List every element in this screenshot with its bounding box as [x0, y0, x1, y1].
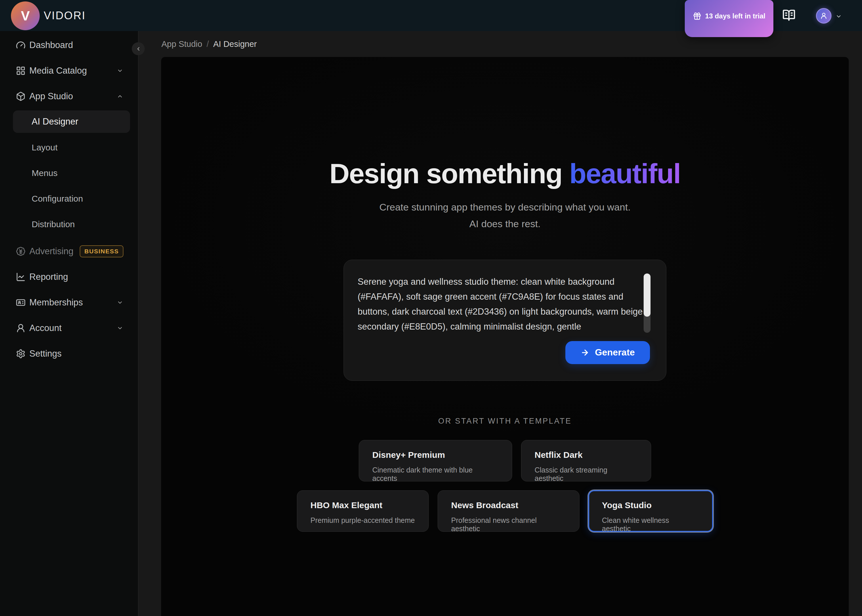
template-card-disney-premium[interactable]: Disney+ Premium Cinematic dark theme wit…: [359, 440, 512, 481]
id-card-icon: [16, 298, 25, 307]
avatar[interactable]: [816, 8, 832, 24]
sidebar-collapse-button[interactable]: [132, 42, 145, 55]
templates-heading: OR START WITH A TEMPLATE: [438, 417, 572, 426]
template-card-description: Professional news channel aesthetic: [451, 516, 566, 533]
grid-icon: [16, 66, 25, 75]
ad-badge-icon: [16, 247, 25, 256]
brand-name: VIDORI: [44, 0, 86, 31]
sidebar-item-menus[interactable]: Menus: [0, 160, 138, 186]
sidebar-item-label: Configuration: [31, 194, 83, 204]
brand-logo-letter: V: [21, 8, 30, 24]
sidebar-item-label: AI Designer: [31, 116, 78, 127]
template-card-netflix-dark[interactable]: Netflix Dark Classic dark streaming aest…: [521, 440, 651, 481]
sidebar-item-distribution[interactable]: Distribution: [0, 211, 138, 237]
page-title-plain: Design something: [329, 158, 562, 189]
topbar: V VIDORI 13 days left in trial: [0, 0, 862, 31]
page-subtitle-line1: Create stunning app themes by describing…: [379, 199, 631, 215]
template-card-title: Yoga Studio: [602, 500, 700, 510]
template-card-title: Netflix Dark: [535, 450, 637, 460]
breadcrumb-separator: /: [206, 39, 209, 49]
line-chart-icon: [16, 272, 25, 282]
sidebar-item-label: Menus: [31, 168, 58, 178]
prompt-scrollbar[interactable]: [643, 273, 651, 333]
sidebar-item-configuration[interactable]: Configuration: [0, 186, 138, 211]
chevron-down-icon: [117, 299, 123, 306]
generate-button[interactable]: Generate: [565, 341, 650, 364]
ai-designer-panel: Design something beautiful Create stunni…: [161, 57, 849, 616]
arrow-right-icon: [580, 348, 589, 357]
sidebar-item-advertising[interactable]: Advertising BUSINESS: [0, 239, 138, 264]
template-card-news-broadcast[interactable]: News Broadcast Professional news channel…: [437, 490, 579, 532]
sidebar-item-media-catalog[interactable]: Media Catalog: [0, 58, 138, 83]
page-subtitle: Create stunning app themes by describing…: [379, 199, 631, 232]
template-card-description: Premium purple-accented theme: [310, 516, 415, 525]
sidebar-item-label: Memberships: [29, 297, 83, 308]
sidebar-item-label: Settings: [29, 349, 61, 359]
sidebar-item-label: App Studio: [29, 91, 73, 102]
template-card-title: Disney+ Premium: [372, 450, 499, 460]
sidebar-item-layout[interactable]: Layout: [0, 135, 138, 160]
gift-icon: [693, 12, 702, 20]
template-card-description: Cinematic dark theme with blue accents: [372, 466, 499, 482]
template-grid: Disney+ Premium Cinematic dark theme wit…: [297, 440, 713, 532]
template-row-2: HBO Max Elegant Premium purple-accented …: [297, 490, 713, 532]
sidebar: Dashboard Media Catalog App Studio AI De…: [0, 31, 138, 616]
sidebar-item-ai-designer[interactable]: AI Designer: [0, 109, 138, 135]
prompt-input[interactable]: Serene yoga and wellness studio theme: c…: [358, 274, 648, 336]
sidebar-item-dashboard[interactable]: Dashboard: [0, 32, 138, 58]
selected-pill: AI Designer: [13, 110, 130, 133]
sidebar-item-reporting[interactable]: Reporting: [0, 264, 138, 289]
sidebar-item-memberships[interactable]: Memberships: [0, 289, 138, 315]
gauge-icon: [16, 40, 25, 50]
chevron-up-icon: [117, 93, 123, 99]
page-title: Design something beautiful: [329, 159, 680, 189]
sidebar-item-label: Dashboard: [29, 40, 73, 50]
template-card-yoga-studio[interactable]: Yoga Studio Clean white wellness aesthet…: [588, 490, 713, 532]
brand-logo[interactable]: V: [11, 2, 40, 30]
sidebar-item-account[interactable]: Account: [0, 315, 138, 341]
chevron-down-icon[interactable]: [835, 13, 842, 20]
breadcrumb-ai-designer: AI Designer: [213, 39, 257, 49]
sidebar-item-label: Layout: [31, 143, 58, 152]
template-card-title: HBO Max Elegant: [310, 500, 415, 510]
sidebar-item-label: Distribution: [31, 219, 75, 229]
template-card-description: Clean white wellness aesthetic: [602, 516, 700, 533]
template-card-hbo-max-elegant[interactable]: HBO Max Elegant Premium purple-accented …: [297, 490, 429, 532]
avatar-user-icon: [820, 12, 828, 20]
chevron-left-icon: [135, 46, 141, 52]
sidebar-item-settings[interactable]: Settings: [0, 341, 138, 366]
prompt-scrollbar-thumb[interactable]: [643, 273, 651, 317]
page-title-accent: beautiful: [569, 158, 680, 189]
sidebar-item-label: Reporting: [29, 272, 68, 282]
page-subtitle-line2: AI does the rest.: [379, 215, 631, 232]
template-card-title: News Broadcast: [451, 500, 566, 510]
book-open-icon[interactable]: [782, 9, 796, 22]
trial-badge[interactable]: 13 days left in trial: [685, 0, 773, 37]
template-card-description: Classic dark streaming aesthetic: [535, 466, 637, 482]
business-badge: BUSINESS: [80, 245, 123, 258]
sidebar-item-label: Account: [29, 323, 61, 333]
user-icon: [16, 323, 25, 333]
prompt-card: Serene yoga and wellness studio theme: c…: [343, 260, 666, 381]
breadcrumb-app-studio[interactable]: App Studio: [161, 39, 202, 49]
sidebar-item-label: Advertising: [29, 246, 73, 256]
main-content: App Studio / AI Designer Design somethin…: [138, 31, 862, 616]
trial-badge-label: 13 days left in trial: [705, 12, 765, 20]
box-icon: [16, 91, 25, 101]
chevron-down-icon: [117, 68, 123, 74]
gear-icon: [16, 349, 25, 358]
sidebar-item-label: Media Catalog: [29, 66, 87, 76]
sidebar-item-app-studio[interactable]: App Studio: [0, 83, 138, 109]
template-row-1: Disney+ Premium Cinematic dark theme wit…: [359, 440, 651, 481]
chevron-down-icon: [117, 325, 123, 331]
generate-button-label: Generate: [595, 347, 635, 358]
breadcrumb: App Studio / AI Designer: [161, 31, 256, 57]
